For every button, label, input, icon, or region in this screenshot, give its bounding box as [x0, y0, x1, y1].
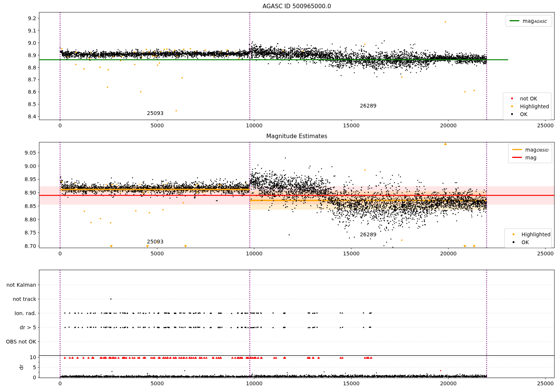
tick-label: 8.90: [25, 190, 36, 196]
dot-swatch: [511, 113, 513, 115]
dot-swatch: [513, 241, 514, 243]
legend-label: not OK: [520, 96, 537, 102]
tick-label: 10: [29, 354, 36, 360]
tick-label: 10000: [246, 380, 263, 386]
tick-label: 8.8: [28, 65, 36, 71]
obsid-annotation: 25093: [147, 239, 164, 245]
flag-row-label: Ion. rad.: [15, 310, 36, 316]
axes-overlay: 0500010000150002000025000050001000015000…: [0, 0, 560, 392]
tick-label: 9.0: [28, 40, 36, 46]
legend-item: OK: [508, 238, 548, 246]
tick-label: 8.7: [28, 77, 36, 83]
tick-label: 0: [59, 122, 62, 128]
tick-label: 25000: [537, 380, 554, 386]
tick-label: 20000: [440, 380, 457, 386]
tick-label: 10000: [246, 122, 263, 128]
obsid-annotation: 26289: [360, 103, 377, 109]
tick-label: 20000: [440, 122, 457, 128]
tick-label: 8.70: [25, 243, 36, 249]
legend-item: magAGASC: [510, 17, 549, 25]
legend-quality-top: not OK Highlighted OK: [503, 93, 551, 120]
line-swatch: [510, 20, 519, 21]
tick-label: 8.9: [28, 52, 36, 58]
dr-axis-label: dr: [18, 364, 24, 370]
legend-item: mag: [512, 153, 549, 161]
legend-label: magAGASC: [523, 18, 547, 24]
tick-label: 8.80: [25, 217, 36, 223]
legend-item: Highlighted: [507, 102, 548, 110]
tick-label: 8.5: [28, 101, 36, 107]
legend-mag-lines: magOBSID mag: [508, 144, 552, 163]
dot-swatch: [513, 233, 514, 235]
tick-label: 15000: [343, 122, 360, 128]
tick-label: 10000: [246, 251, 263, 256]
dot-swatch: [511, 97, 513, 99]
legend-label: magOBSID: [525, 147, 548, 153]
tick-label: 8.6: [28, 89, 36, 95]
obsid-annotation: 26289: [360, 231, 377, 237]
tick-label: 5: [33, 364, 36, 370]
flag-row-label: dr > 5: [20, 324, 36, 330]
legend-item: OK: [507, 110, 548, 118]
tick-label: 9.2: [28, 15, 36, 21]
legend-label: mag: [525, 155, 536, 161]
plot-title: Magnitude Estimates: [266, 133, 327, 140]
line-swatch: [512, 157, 522, 158]
obsid-annotation: 25093: [147, 110, 164, 116]
legend-label: Highlighted: [522, 231, 551, 237]
tick-label: 15000: [343, 380, 360, 386]
tick-label: 5000: [150, 251, 164, 256]
legend-item: Highlighted: [508, 230, 548, 238]
legend-quality-mid: Highlighted OK: [504, 228, 552, 248]
legend-mag-agasc: magAGASC: [505, 15, 552, 27]
axes-spine: [39, 12, 554, 120]
flag-row-label: not Kalman: [6, 282, 36, 288]
tick-label: 8.85: [25, 203, 36, 209]
tick-label: 9.1: [28, 28, 36, 34]
tick-label: 5000: [150, 380, 164, 386]
tick-label: 9.05: [25, 150, 36, 156]
flag-row-label: not track: [13, 296, 37, 302]
dot-swatch: [511, 105, 513, 107]
axes-spine: [39, 270, 554, 378]
figure: 0500010000150002000025000050001000015000…: [0, 0, 560, 392]
tick-label: 25000: [537, 122, 554, 128]
legend-label: Highlighted: [520, 103, 549, 109]
legend-label: OK: [522, 239, 529, 245]
legend-item: magOBSID: [512, 146, 549, 153]
legend-item: not OK: [507, 94, 548, 102]
tick-label: 15000: [343, 251, 360, 256]
tick-label: 8.75: [25, 230, 36, 236]
tick-label: 25000: [537, 251, 554, 256]
tick-label: 9.00: [25, 163, 36, 169]
flag-row-label: OBS not OK: [6, 339, 37, 345]
line-swatch: [512, 149, 522, 150]
tick-label: 0: [59, 380, 62, 386]
tick-label: 8.95: [25, 176, 36, 182]
tick-label: 5000: [150, 122, 164, 128]
tick-label: 20000: [440, 251, 457, 256]
tick-label: 8.4: [28, 113, 36, 119]
tick-label: 0: [59, 251, 62, 256]
legend-label: OK: [520, 111, 527, 117]
tick-label: 0: [33, 374, 36, 380]
plot-title: AGASC ID 500965000.0: [262, 3, 331, 10]
